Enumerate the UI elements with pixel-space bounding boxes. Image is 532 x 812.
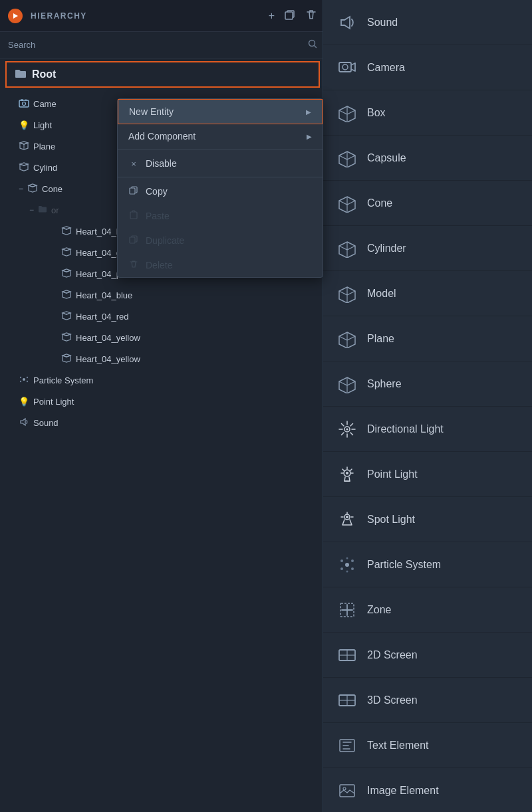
submenu-sound[interactable]: Sound [323,0,532,45]
tree-item-pointlight[interactable]: 💡 Point Light [0,391,325,412]
svg-rect-14 [339,62,351,72]
ctx-copy-label: Copy [146,186,312,197]
submenu-model[interactable]: Model [323,271,532,316]
submenu-sphere[interactable]: Sphere [323,361,532,407]
ctx-paste: Paste [118,203,323,228]
root-folder-icon [15,68,27,81]
add-icon[interactable]: + [269,10,275,22]
submenu-text-element-icon [336,735,358,756]
ctx-new-entity[interactable]: New Entity ▶ [118,99,323,124]
svg-rect-11 [130,188,135,194]
hierarchy-header: HIERARCHY + [0,0,325,32]
light-icon: 💡 [19,120,29,130]
submenu-2d-screen-icon [336,645,358,666]
submenu-capsule[interactable]: Capsule [323,136,532,181]
pointlight-icon: 💡 [19,397,29,407]
submenu-point-light-icon [336,464,358,485]
svg-rect-54 [340,785,354,797]
submenu-sphere-label: Sphere [367,378,402,390]
new-entity-submenu: Sound Camera Box Capsul [323,0,532,812]
tree-label-heart-yellow2: Heart_04_yellow [76,354,140,364]
tree-item-particle[interactable]: Particle System [0,369,325,391]
search-label: Search [8,40,35,50]
heart-blue2-icon [61,289,72,302]
svg-point-35 [346,516,348,518]
cone-collapse-btn[interactable]: − [19,184,23,193]
submenu-box[interactable]: Box [323,90,532,136]
ctx-delete-icon [128,259,139,270]
ctx-new-entity-arrow: ▶ [306,108,311,116]
tree-item-heart-blue2[interactable]: Heart_04_blue [0,284,325,306]
delete-icon[interactable] [305,9,317,23]
submenu-point-light[interactable]: Point Light [323,452,532,497]
submenu-zone[interactable]: Zone [323,587,532,633]
search-bar: Search [0,32,325,58]
submenu-spot-light[interactable]: Spot Light [323,497,532,542]
ctx-duplicate-label: Duplicate [146,235,312,246]
submenu-camera-icon [336,57,358,78]
tree-item-sound[interactable]: Sound [0,412,325,433]
submenu-spot-light-label: Spot Light [367,514,415,526]
submenu-cylinder[interactable]: Cylinder [323,226,532,271]
heart-green-icon [61,247,72,259]
submenu-zone-icon [336,599,358,621]
submenu-image-element[interactable]: Image Element [323,768,532,812]
submenu-camera-label: Camera [367,62,405,74]
submenu-text-element[interactable]: Text Element [323,723,532,768]
svg-point-55 [343,787,346,790]
submenu-particle-system[interactable]: Particle System [323,542,532,587]
heart-pink-icon [61,268,72,280]
svg-point-6 [23,378,25,381]
search-icon[interactable] [308,39,317,51]
context-menu: New Entity ▶ Add Component ▶ × Disable C… [117,98,323,278]
submenu-3d-screen[interactable]: 3D Screen [323,678,532,723]
svg-line-32 [342,469,344,471]
svg-line-23 [350,433,353,435]
svg-point-27 [346,472,348,474]
ctx-add-component-label: Add Component [128,131,300,142]
svg-point-39 [345,563,349,567]
tree-label-or: or [51,205,59,215]
sound-icon-tree [19,417,29,429]
submenu-directional-light-label: Directional Light [367,423,444,435]
ctx-copy[interactable]: Copy [118,179,323,203]
submenu-cylinder-icon [336,238,358,259]
ctx-sep-2 [118,177,323,177]
heart-blue1-icon [61,225,72,238]
svg-point-40 [340,559,343,562]
tree-item-heart-yellow1[interactable]: Heart_04_yellow [0,327,325,348]
submenu-camera[interactable]: Camera [323,45,532,90]
svg-point-7 [20,376,21,377]
svg-line-25 [342,433,344,435]
or-collapse-btn[interactable]: − [29,205,34,215]
submenu-2d-screen[interactable]: 2D Screen [323,633,532,678]
root-item[interactable]: Root [5,61,320,88]
ctx-disable[interactable]: × Disable [118,152,323,175]
submenu-plane-icon [336,328,358,350]
svg-point-45 [346,570,348,572]
submenu-directional-light[interactable]: Directional Light [323,407,532,452]
copy-icon[interactable] [284,9,296,23]
submenu-capsule-label: Capsule [367,152,406,164]
cone-icon [27,183,38,195]
submenu-box-icon [336,102,358,124]
submenu-plane[interactable]: Plane [323,316,532,361]
svg-line-24 [350,423,353,426]
tree-label-cone: Cone [42,184,63,194]
submenu-image-element-label: Image Element [367,785,439,797]
submenu-cone-label: Cone [367,197,392,209]
svg-point-8 [27,376,28,377]
ctx-add-component[interactable]: Add Component ▶ [118,124,323,148]
ctx-add-component-arrow: ▶ [307,133,312,140]
ctx-disable-icon: × [128,159,139,169]
svg-point-41 [351,559,354,562]
tree-label-plane: Plane [33,142,55,152]
tree-item-heart-yellow2[interactable]: Heart_04_yellow [0,348,325,369]
svg-point-17 [346,428,348,430]
svg-rect-5 [21,99,23,100]
tree-item-heart-red[interactable]: Heart_04_red [0,306,325,327]
submenu-capsule-icon [336,148,358,169]
ctx-paste-label: Paste [146,211,312,221]
ctx-new-entity-label: New Entity [129,106,299,117]
submenu-cone[interactable]: Cone [323,181,532,226]
